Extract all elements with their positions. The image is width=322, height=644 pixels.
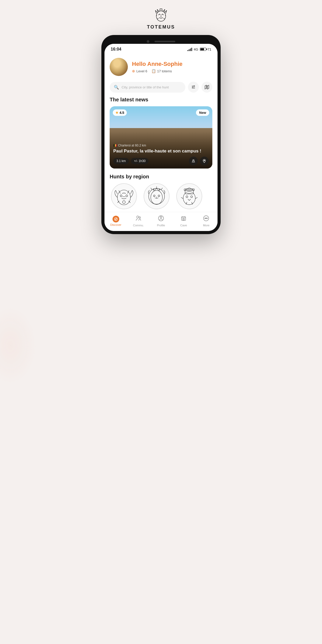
region-section: Hunts by region: [110, 174, 212, 212]
nav-profile-label: Profile: [157, 224, 165, 227]
svg-point-38: [205, 218, 206, 219]
greeting-prefix: Hello: [132, 61, 147, 67]
svg-point-12: [204, 160, 205, 161]
region-item-1[interactable]: [110, 183, 138, 209]
svg-point-26: [186, 196, 188, 198]
battery-level: 71: [208, 47, 211, 51]
region-icons-list: [110, 183, 212, 209]
svg-point-40: [207, 218, 208, 219]
svg-point-5: [192, 87, 193, 88]
star-icon: ★: [115, 111, 118, 115]
duration-pill: +/- 1h30: [131, 158, 149, 164]
svg-point-16: [123, 201, 125, 204]
svg-point-19: [153, 195, 155, 197]
rating-value: 4.5: [120, 111, 124, 115]
nav-commu[interactable]: Commu.: [127, 215, 150, 227]
card-meta: 3.1 km +/- 1h30: [113, 157, 209, 165]
totems-icon: 📋: [151, 69, 156, 73]
svg-point-20: [158, 195, 160, 197]
nav-discover-label: Discover: [110, 223, 121, 226]
greeting-username: Anne-Sophie: [147, 61, 183, 67]
eagle-totem-icon: [178, 185, 201, 208]
bottom-nav: Discover Commu.: [104, 212, 218, 231]
phone-screen: 16:04 4G 71: [104, 44, 218, 231]
camera-dot: [147, 40, 149, 43]
battery-icon: [200, 48, 206, 51]
card-content: 🇧🇪 Charleroi at 60.2 km Paul Pastur, la …: [110, 141, 212, 169]
hunt-type-icon[interactable]: [189, 157, 198, 165]
bull-totem-icon: [112, 185, 136, 208]
nav-discover[interactable]: Discover: [104, 216, 127, 226]
svg-point-18: [149, 188, 164, 204]
search-row: 🔍 City, province or title of the hunt: [110, 82, 212, 93]
nav-cave-label: Cave: [180, 224, 187, 227]
region-title: Hunts by region: [110, 174, 212, 180]
search-bar[interactable]: 🔍 City, province or title of the hunt: [110, 82, 185, 93]
svg-point-3: [194, 86, 195, 86]
nav-more[interactable]: More: [195, 215, 218, 227]
card-location: 🇧🇪 Charleroi at 60.2 km: [113, 144, 209, 147]
news-card[interactable]: ★ 4.5 New 🇧🇪 Charleroi at 60.2 km Paul P…: [110, 106, 212, 169]
svg-point-30: [114, 218, 117, 221]
avatar: [110, 58, 128, 76]
rating-badge: ★ 4.5: [113, 109, 127, 116]
phone-shell: 16:04 4G 71: [101, 35, 221, 234]
nav-more-label: More: [203, 224, 209, 227]
speaker-bar: [155, 41, 175, 42]
region-icon-1: [111, 183, 137, 209]
svg-point-39: [206, 218, 207, 219]
nav-profile[interactable]: Profile: [150, 215, 172, 227]
svg-point-13: [117, 190, 130, 205]
greeting-text: Hello Anne-Sophie: [132, 61, 183, 67]
latest-news-title: The latest news: [110, 97, 212, 103]
svg-point-31: [137, 216, 139, 218]
svg-rect-22: [185, 190, 193, 194]
svg-point-15: [126, 195, 128, 197]
map-button[interactable]: [201, 82, 212, 93]
svg-rect-36: [183, 219, 184, 220]
more-icon: [203, 215, 209, 223]
region-icon-3: [176, 183, 202, 209]
filter-button[interactable]: [188, 82, 199, 93]
region-item-2[interactable]: [142, 183, 171, 209]
svg-point-14: [120, 195, 122, 197]
network-label: 4G: [194, 47, 198, 51]
status-time: 16:04: [111, 47, 121, 52]
pin-icon[interactable]: [200, 157, 209, 165]
lion-totem-icon: [145, 185, 168, 208]
region-icon-2: [144, 183, 170, 209]
search-input[interactable]: City, province or title of the hunt: [122, 85, 181, 89]
signal-bars-icon: [187, 47, 192, 51]
nav-cave[interactable]: Cave: [172, 215, 195, 227]
svg-point-34: [160, 216, 162, 218]
svg-point-10: [206, 86, 207, 87]
region-item-3[interactable]: [175, 183, 204, 209]
svg-point-11: [193, 160, 194, 161]
brand-name: TOTEMUS: [147, 24, 175, 30]
svg-point-27: [191, 196, 192, 198]
totems-stat: 📋 17 totems: [151, 69, 172, 73]
cave-icon: [180, 215, 187, 223]
status-bar: 16:04 4G 71: [104, 44, 218, 54]
profile-icon: [158, 215, 164, 223]
svg-marker-7: [205, 85, 209, 89]
card-action-icons: [189, 157, 209, 165]
card-title: Paul Pastur, la ville-haute et son campu…: [113, 148, 209, 154]
status-icons: 4G 71: [187, 47, 211, 51]
nav-commu-label: Commu.: [133, 224, 144, 227]
greeting-section: Hello Anne-Sophie ⊕ Level 6 📋 17 totems: [110, 54, 212, 79]
search-icon: 🔍: [114, 85, 119, 90]
level-icon: ⊕: [132, 69, 135, 73]
brand-header: TOTEMUS: [147, 8, 175, 30]
user-stats: ⊕ Level 6 📋 17 totems: [132, 69, 183, 73]
phone-top-bar: [104, 38, 218, 44]
discover-icon: [113, 216, 119, 222]
svg-point-32: [139, 217, 141, 218]
distance-pill: 3.1 km: [113, 158, 129, 164]
totems-value: 17 totems: [157, 69, 172, 73]
level-stat: ⊕ Level 6: [132, 69, 147, 73]
level-value: Level 6: [136, 69, 147, 73]
commu-icon: [135, 215, 142, 223]
new-badge: New: [196, 109, 209, 116]
brand-logo-icon: [151, 8, 171, 23]
